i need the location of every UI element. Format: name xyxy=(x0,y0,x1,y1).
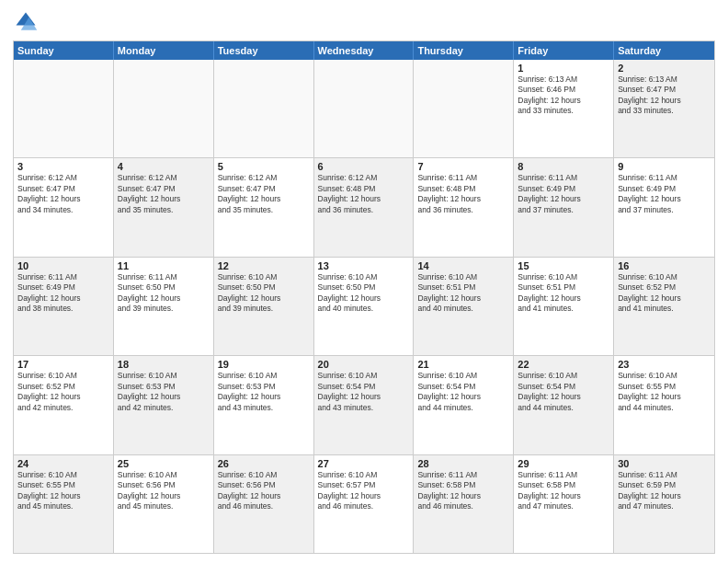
day-number: 4 xyxy=(118,161,210,172)
day-info: Sunrise: 6:10 AMSunset: 6:52 PMDaylight:… xyxy=(618,272,711,315)
day-info: Sunrise: 6:12 AMSunset: 6:47 PMDaylight:… xyxy=(218,173,310,215)
day-info: Sunrise: 6:11 AMSunset: 6:59 PMDaylight:… xyxy=(618,470,711,512)
header-cell-sunday: Sunday xyxy=(14,41,114,60)
cal-cell-21: 21Sunrise: 6:10 AMSunset: 6:54 PMDayligh… xyxy=(414,356,514,454)
cal-cell-26: 26Sunrise: 6:10 AMSunset: 6:56 PMDayligh… xyxy=(214,455,314,553)
cal-cell-7: 7Sunrise: 6:11 AMSunset: 6:48 PMDaylight… xyxy=(414,158,514,256)
day-info: Sunrise: 6:10 AMSunset: 6:53 PMDaylight:… xyxy=(218,371,310,413)
header-cell-tuesday: Tuesday xyxy=(214,41,314,60)
day-info: Sunrise: 6:10 AMSunset: 6:56 PMDaylight:… xyxy=(218,470,310,512)
day-number: 21 xyxy=(417,359,509,370)
day-number: 19 xyxy=(218,359,310,370)
day-number: 14 xyxy=(417,260,509,271)
day-number: 7 xyxy=(417,161,509,172)
day-number: 1 xyxy=(518,63,609,74)
day-info: Sunrise: 6:10 AMSunset: 6:56 PMDaylight:… xyxy=(118,470,210,512)
day-number: 23 xyxy=(618,359,711,370)
day-number: 10 xyxy=(17,260,109,271)
logo xyxy=(13,9,42,35)
day-info: Sunrise: 6:12 AMSunset: 6:48 PMDaylight:… xyxy=(318,173,410,215)
day-info: Sunrise: 6:11 AMSunset: 6:49 PMDaylight:… xyxy=(618,173,711,215)
day-info: Sunrise: 6:11 AMSunset: 6:58 PMDaylight:… xyxy=(518,470,609,512)
cal-cell-27: 27Sunrise: 6:10 AMSunset: 6:57 PMDayligh… xyxy=(314,455,415,553)
day-number: 15 xyxy=(518,260,609,271)
day-info: Sunrise: 6:11 AMSunset: 6:50 PMDaylight:… xyxy=(118,272,210,315)
day-number: 22 xyxy=(518,359,609,370)
day-number: 9 xyxy=(618,161,711,172)
day-info: Sunrise: 6:11 AMSunset: 6:49 PMDaylight:… xyxy=(17,272,109,315)
cal-cell-28: 28Sunrise: 6:11 AMSunset: 6:58 PMDayligh… xyxy=(414,455,514,553)
cal-cell-15: 15Sunrise: 6:10 AMSunset: 6:51 PMDayligh… xyxy=(514,258,614,355)
calendar-header-row: SundayMondayTuesdayWednesdayThursdayFrid… xyxy=(14,41,714,60)
day-number: 12 xyxy=(218,260,310,271)
cal-cell-17: 17Sunrise: 6:10 AMSunset: 6:52 PMDayligh… xyxy=(14,356,114,454)
day-number: 29 xyxy=(518,458,609,469)
day-info: Sunrise: 6:11 AMSunset: 6:49 PMDaylight:… xyxy=(518,173,609,215)
day-info: Sunrise: 6:13 AMSunset: 6:46 PMDaylight:… xyxy=(518,75,609,117)
week-row-1: 3Sunrise: 6:12 AMSunset: 6:47 PMDaylight… xyxy=(14,158,714,257)
cal-cell-6: 6Sunrise: 6:12 AMSunset: 6:48 PMDaylight… xyxy=(314,158,415,256)
cal-cell-empty-0-2 xyxy=(214,60,314,157)
day-info: Sunrise: 6:10 AMSunset: 6:57 PMDaylight:… xyxy=(318,470,410,512)
cal-cell-23: 23Sunrise: 6:10 AMSunset: 6:55 PMDayligh… xyxy=(614,356,714,454)
day-number: 20 xyxy=(318,359,410,370)
header-cell-monday: Monday xyxy=(114,41,214,60)
day-info: Sunrise: 6:10 AMSunset: 6:54 PMDaylight:… xyxy=(318,371,410,413)
day-info: Sunrise: 6:10 AMSunset: 6:54 PMDaylight:… xyxy=(417,371,509,413)
day-info: Sunrise: 6:11 AMSunset: 6:58 PMDaylight:… xyxy=(417,470,509,512)
calendar-body: 1Sunrise: 6:13 AMSunset: 6:46 PMDaylight… xyxy=(14,60,714,553)
day-number: 25 xyxy=(118,458,210,469)
cal-cell-empty-0-4 xyxy=(414,60,514,157)
day-number: 17 xyxy=(17,359,109,370)
cal-cell-30: 30Sunrise: 6:11 AMSunset: 6:59 PMDayligh… xyxy=(614,455,714,553)
header-cell-saturday: Saturday xyxy=(614,41,714,60)
cal-cell-19: 19Sunrise: 6:10 AMSunset: 6:53 PMDayligh… xyxy=(214,356,314,454)
cal-cell-18: 18Sunrise: 6:10 AMSunset: 6:53 PMDayligh… xyxy=(114,356,214,454)
cal-cell-8: 8Sunrise: 6:11 AMSunset: 6:49 PMDaylight… xyxy=(514,158,614,256)
day-number: 6 xyxy=(318,161,410,172)
cal-cell-12: 12Sunrise: 6:10 AMSunset: 6:50 PMDayligh… xyxy=(214,258,314,355)
calendar: SundayMondayTuesdayWednesdayThursdayFrid… xyxy=(13,40,715,554)
day-number: 30 xyxy=(618,458,711,469)
cal-cell-9: 9Sunrise: 6:11 AMSunset: 6:49 PMDaylight… xyxy=(614,158,714,256)
cal-cell-5: 5Sunrise: 6:12 AMSunset: 6:47 PMDaylight… xyxy=(214,158,314,256)
day-number: 27 xyxy=(318,458,410,469)
day-number: 28 xyxy=(417,458,509,469)
header xyxy=(13,9,715,35)
day-info: Sunrise: 6:10 AMSunset: 6:55 PMDaylight:… xyxy=(17,470,109,512)
cal-cell-29: 29Sunrise: 6:11 AMSunset: 6:58 PMDayligh… xyxy=(514,455,614,553)
header-cell-wednesday: Wednesday xyxy=(314,41,415,60)
day-info: Sunrise: 6:10 AMSunset: 6:51 PMDaylight:… xyxy=(417,272,509,315)
day-info: Sunrise: 6:10 AMSunset: 6:50 PMDaylight:… xyxy=(218,272,310,315)
cal-cell-11: 11Sunrise: 6:11 AMSunset: 6:50 PMDayligh… xyxy=(114,258,214,355)
day-info: Sunrise: 6:10 AMSunset: 6:50 PMDaylight:… xyxy=(318,272,410,315)
day-number: 8 xyxy=(518,161,609,172)
cal-cell-25: 25Sunrise: 6:10 AMSunset: 6:56 PMDayligh… xyxy=(114,455,214,553)
cal-cell-2: 2Sunrise: 6:13 AMSunset: 6:47 PMDaylight… xyxy=(614,60,714,157)
cal-cell-14: 14Sunrise: 6:10 AMSunset: 6:51 PMDayligh… xyxy=(414,258,514,355)
day-number: 24 xyxy=(17,458,109,469)
header-cell-friday: Friday xyxy=(514,41,614,60)
cal-cell-20: 20Sunrise: 6:10 AMSunset: 6:54 PMDayligh… xyxy=(314,356,415,454)
cal-cell-10: 10Sunrise: 6:11 AMSunset: 6:49 PMDayligh… xyxy=(14,258,114,355)
cal-cell-13: 13Sunrise: 6:10 AMSunset: 6:50 PMDayligh… xyxy=(314,258,415,355)
day-number: 11 xyxy=(118,260,210,271)
day-number: 3 xyxy=(17,161,109,172)
cal-cell-empty-0-3 xyxy=(314,60,415,157)
day-number: 5 xyxy=(218,161,310,172)
day-number: 16 xyxy=(618,260,711,271)
cal-cell-1: 1Sunrise: 6:13 AMSunset: 6:46 PMDaylight… xyxy=(514,60,614,157)
day-info: Sunrise: 6:11 AMSunset: 6:48 PMDaylight:… xyxy=(417,173,509,215)
day-info: Sunrise: 6:10 AMSunset: 6:52 PMDaylight:… xyxy=(17,371,109,413)
week-row-0: 1Sunrise: 6:13 AMSunset: 6:46 PMDaylight… xyxy=(14,60,714,158)
day-number: 26 xyxy=(218,458,310,469)
day-number: 18 xyxy=(118,359,210,370)
day-info: Sunrise: 6:10 AMSunset: 6:54 PMDaylight:… xyxy=(518,371,609,413)
cal-cell-24: 24Sunrise: 6:10 AMSunset: 6:55 PMDayligh… xyxy=(14,455,114,553)
cal-cell-4: 4Sunrise: 6:12 AMSunset: 6:47 PMDaylight… xyxy=(114,158,214,256)
cal-cell-3: 3Sunrise: 6:12 AMSunset: 6:47 PMDaylight… xyxy=(14,158,114,256)
header-cell-thursday: Thursday xyxy=(414,41,514,60)
cal-cell-16: 16Sunrise: 6:10 AMSunset: 6:52 PMDayligh… xyxy=(614,258,714,355)
day-info: Sunrise: 6:13 AMSunset: 6:47 PMDaylight:… xyxy=(618,75,711,117)
cal-cell-empty-0-0 xyxy=(14,60,114,157)
